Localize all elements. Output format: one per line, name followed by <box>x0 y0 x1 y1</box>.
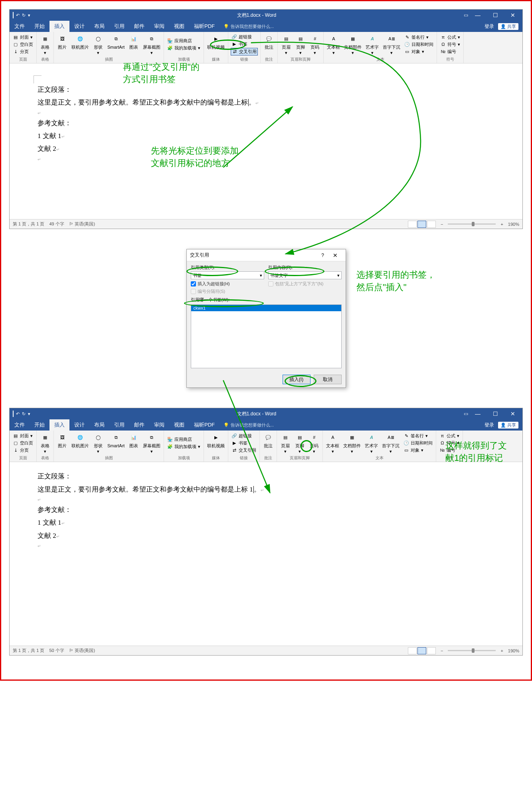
tab-insert[interactable]: 插入 <box>49 21 69 32</box>
object-button[interactable]: ▭对象 ▾ <box>403 48 434 55</box>
shapes-button[interactable]: ◯形状▾ <box>92 431 104 454</box>
my-addins-button[interactable]: 🧩我的加载项 ▾ <box>166 45 201 51</box>
zoom-in-button[interactable]: + <box>500 648 503 653</box>
qat-dropdown-icon[interactable]: ▾ <box>28 13 30 18</box>
print-layout-button[interactable] <box>417 647 426 654</box>
dialog-help-button[interactable]: ? <box>318 253 328 258</box>
signature-button[interactable]: ✎签名行 ▾ <box>403 34 434 41</box>
undo-icon[interactable]: ↶ <box>16 411 20 417</box>
zoom-in-button[interactable]: + <box>500 222 503 227</box>
online-picture-button[interactable]: 🌐联机图片 <box>71 33 90 56</box>
tab-file[interactable]: 文件 <box>10 21 30 32</box>
maximize-button[interactable]: ☐ <box>487 408 503 419</box>
cross-reference-button[interactable]: ⇄交叉引用 <box>231 48 258 55</box>
language-status[interactable]: 🏳 英语(美国) <box>69 221 95 227</box>
tab-references[interactable]: 引用 <box>109 419 129 431</box>
online-picture-button[interactable]: 🌐联机图片 <box>71 431 90 454</box>
minimize-button[interactable]: — <box>470 10 486 21</box>
tab-mail[interactable]: 邮件 <box>129 419 149 431</box>
smartart-button[interactable]: ⧉SmartArt <box>107 431 125 454</box>
ribbon-options-icon[interactable]: ▭ <box>464 12 468 18</box>
redo-icon[interactable]: ↻ <box>22 13 26 18</box>
tab-design[interactable]: 设计 <box>69 419 89 431</box>
table-button[interactable]: ▦表格▾ <box>39 431 51 454</box>
zoom-out-button[interactable]: − <box>441 222 443 227</box>
tab-review[interactable]: 审阅 <box>149 419 169 431</box>
tab-references[interactable]: 引用 <box>109 21 129 32</box>
cover-page-button[interactable]: ▤封面 ▾ <box>12 433 34 439</box>
page-break-button[interactable]: ⤓分页 <box>12 48 34 55</box>
shapes-button[interactable]: ◯形状▾ <box>92 33 104 56</box>
page-status[interactable]: 第 1 页，共 1 页 <box>13 648 44 654</box>
textbox-button[interactable]: A文本框▾ <box>326 33 341 56</box>
login-link[interactable]: 登录 <box>485 422 494 429</box>
my-addins-button[interactable]: 🧩我的加载项 ▾ <box>166 443 201 450</box>
quick-parts-button[interactable]: ▦文档部件▾ <box>342 431 362 454</box>
picture-button[interactable]: 🖼图片 <box>56 33 68 56</box>
redo-icon[interactable]: ↻ <box>22 411 26 417</box>
header-button[interactable]: ▤页眉▾ <box>279 431 291 454</box>
number-button[interactable]: №编号 <box>439 48 461 55</box>
qat-dropdown-icon[interactable]: ▾ <box>28 411 30 417</box>
ribbon-options-icon[interactable]: ▭ <box>464 411 468 417</box>
share-button[interactable]: 👤共享 <box>498 422 518 429</box>
symbol-button[interactable]: Ω符号 ▾ <box>439 41 461 48</box>
word-count[interactable]: 50 个字 <box>49 648 64 654</box>
screenshot-button[interactable]: ⧉屏幕截图▾ <box>142 431 161 454</box>
tab-home[interactable]: 开始 <box>30 21 49 32</box>
tab-foxit[interactable]: 福昕PDF <box>189 21 220 32</box>
cross-reference-button[interactable]: ⇄交叉引用 <box>231 447 257 454</box>
bookmark-button[interactable]: ▶书签 <box>231 440 257 446</box>
chk-hyperlink[interactable]: 插入为超链接(H) <box>191 281 264 287</box>
word-count[interactable]: 49 个字 <box>49 221 64 227</box>
dropcap-button[interactable]: A≣首字下沉▾ <box>382 33 401 56</box>
zoom-level[interactable]: 190% <box>508 648 519 653</box>
web-layout-button[interactable] <box>427 221 436 228</box>
footer-button[interactable]: ▤页脚▾ <box>295 33 307 56</box>
close-button[interactable]: ✕ <box>505 10 521 21</box>
zoom-level[interactable]: 190% <box>508 222 519 227</box>
datetime-button[interactable]: 🕒日期和时间 <box>403 440 433 446</box>
datetime-button[interactable]: 🕒日期和时间 <box>403 41 434 48</box>
comment-button[interactable]: 💬批注 <box>263 33 275 56</box>
document-area[interactable]: 正文段落： 这里是正文，要引用参考文献。希望正文和参考文献中的编号都是上标 1。… <box>10 462 522 646</box>
tab-layout[interactable]: 布局 <box>89 21 109 32</box>
page-break-button[interactable]: ⤓分页 <box>12 447 34 454</box>
zoom-slider[interactable] <box>448 650 496 651</box>
hyperlink-button[interactable]: 🔗超链接 <box>231 433 257 439</box>
store-button[interactable]: 🏪应用商店 <box>166 436 201 443</box>
tab-design[interactable]: 设计 <box>69 21 89 32</box>
tab-mail[interactable]: 邮件 <box>129 21 149 32</box>
smartart-button[interactable]: ⧉SmartArt <box>107 33 125 56</box>
comment-button[interactable]: 💬批注 <box>262 431 274 454</box>
textbox-button[interactable]: A文本框▾ <box>325 431 340 454</box>
ref-content-select[interactable]: 书签文字▾ <box>268 271 342 279</box>
tab-layout[interactable]: 布局 <box>89 419 109 431</box>
read-mode-button[interactable] <box>408 647 417 654</box>
cover-page-button[interactable]: ▤封面 ▾ <box>12 34 34 41</box>
blank-page-button[interactable]: ▢空白页 <box>12 41 34 48</box>
page-number-button[interactable]: #页码▾ <box>308 431 320 454</box>
signature-button[interactable]: ✎签名行 ▾ <box>403 433 433 439</box>
print-layout-button[interactable] <box>417 221 426 228</box>
object-button[interactable]: ▭对象 ▾ <box>403 447 433 454</box>
equation-button[interactable]: π公式 ▾ <box>439 34 461 41</box>
insert-button[interactable]: 插入(I) <box>283 375 310 384</box>
online-video-button[interactable]: ▶联机视频 <box>206 431 225 454</box>
bookmark-list[interactable]: ckwx1 <box>191 304 342 368</box>
quick-parts-button[interactable]: ▦文档部件▾ <box>343 33 362 56</box>
header-button[interactable]: ▤页眉▾ <box>280 33 292 56</box>
tab-review[interactable]: 审阅 <box>149 21 169 32</box>
chart-button[interactable]: 📊图表 <box>128 33 140 56</box>
close-button[interactable]: ✕ <box>505 408 521 419</box>
share-button[interactable]: 👤共享 <box>498 23 518 30</box>
footer-button[interactable]: ▤页脚▾ <box>294 431 306 454</box>
page-status[interactable]: 第 1 页，共 1 页 <box>13 221 44 227</box>
chart-button[interactable]: 📊图表 <box>128 431 140 454</box>
ref-type-select[interactable]: 书签▾ <box>191 271 264 279</box>
dialog-close-button[interactable]: ✕ <box>328 252 342 259</box>
tab-foxit[interactable]: 福昕PDF <box>189 419 220 431</box>
maximize-button[interactable]: ☐ <box>487 10 503 21</box>
login-link[interactable]: 登录 <box>485 23 494 30</box>
read-mode-button[interactable] <box>408 221 417 228</box>
